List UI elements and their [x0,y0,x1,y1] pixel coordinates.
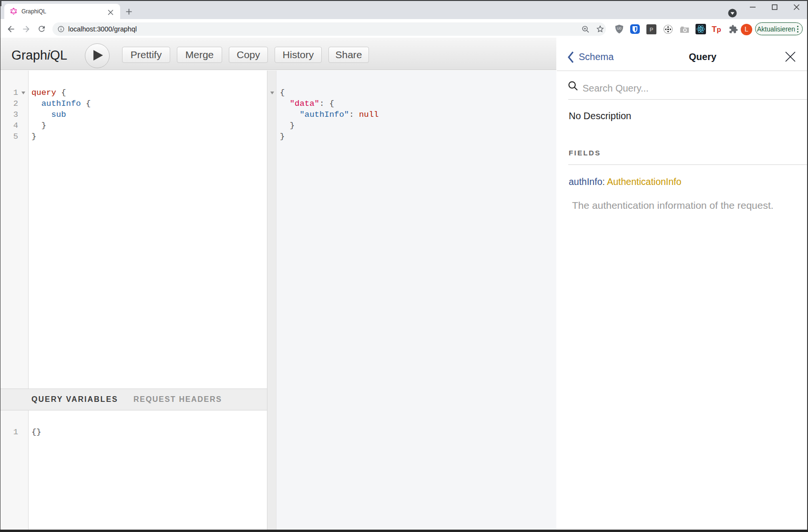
svg-text:U0: U0 [617,26,621,31]
svg-text:P: P [650,27,654,32]
